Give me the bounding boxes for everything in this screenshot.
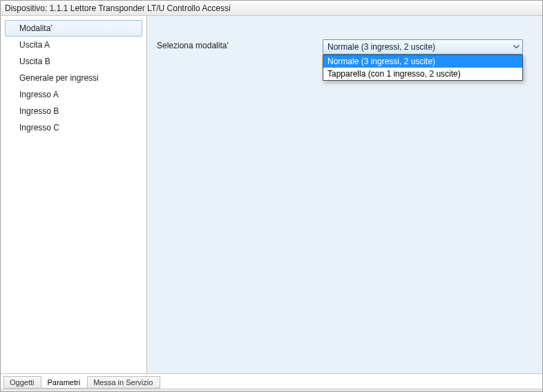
tab-label: Oggetti — [10, 378, 34, 386]
dropdown-wrap: Normale (3 ingressi, 2 uscite) Normale (… — [323, 23, 533, 55]
bottom-tabbar: Oggetti Parametri Messa in Servizio — [1, 373, 542, 389]
modalita-dropdown[interactable]: Normale (3 ingressi, 2 uscite) — [323, 39, 523, 55]
titlebar-text: Dispositivo: 1.1.1 Lettore Transponder L… — [5, 3, 231, 13]
tab-label: Parametri — [47, 378, 80, 386]
main-panel: Seleziona modalita' Normale (3 ingressi,… — [147, 16, 542, 373]
sidebar-item-ingresso-c[interactable]: Ingresso C — [5, 119, 142, 136]
form-label: Seleziona modalita' — [157, 23, 323, 50]
statusbar — [1, 389, 542, 391]
tab-messa-in-servizio[interactable]: Messa in Servizio — [87, 376, 160, 389]
sidebar-item-ingresso-b[interactable]: Ingresso B — [5, 103, 142, 119]
form-row-modalita: Seleziona modalita' Normale (3 ingressi,… — [147, 16, 542, 55]
sidebar-item-uscita-a[interactable]: Uscita A — [5, 37, 142, 53]
chevron-down-icon — [513, 45, 520, 49]
sidebar-item-label: Generale per ingressi — [19, 73, 99, 83]
dropdown-list: Normale (3 ingressi, 2 uscite) Tapparell… — [323, 55, 523, 81]
sidebar-item-ingresso-a[interactable]: Ingresso A — [5, 86, 142, 103]
dropdown-option[interactable]: Tapparella (con 1 ingresso, 2 uscite) — [323, 68, 522, 80]
sidebar-item-label: Ingresso B — [19, 106, 59, 116]
app-window: Dispositivo: 1.1.1 Lettore Transponder L… — [0, 0, 543, 392]
sidebar-item-label: Modalita' — [19, 23, 53, 33]
titlebar: Dispositivo: 1.1.1 Lettore Transponder L… — [1, 1, 542, 16]
sidebar-item-generale-ingressi[interactable]: Generale per ingressi — [5, 70, 142, 86]
sidebar-item-modalita[interactable]: Modalita' — [5, 20, 142, 37]
sidebar: Modalita' Uscita A Uscita B Generale per… — [1, 16, 147, 373]
dropdown-option-label: Tapparella (con 1 ingresso, 2 uscite) — [327, 69, 461, 79]
tab-oggetti[interactable]: Oggetti — [3, 376, 41, 389]
dropdown-selected: Normale (3 ingressi, 2 uscite) — [327, 42, 435, 52]
tab-parametri[interactable]: Parametri — [41, 376, 88, 389]
sidebar-item-label: Ingresso C — [19, 123, 59, 133]
content: Modalita' Uscita A Uscita B Generale per… — [1, 16, 542, 373]
sidebar-item-label: Uscita B — [19, 57, 50, 66]
dropdown-option-label: Normale (3 ingressi, 2 uscite) — [327, 57, 435, 66]
tab-label: Messa in Servizio — [93, 378, 153, 386]
dropdown-option[interactable]: Normale (3 ingressi, 2 uscite) — [323, 55, 522, 68]
form-label-text: Seleziona modalita' — [157, 41, 229, 50]
sidebar-item-label: Uscita A — [19, 40, 50, 50]
sidebar-item-label: Ingresso A — [19, 90, 59, 99]
sidebar-item-uscita-b[interactable]: Uscita B — [5, 53, 142, 70]
